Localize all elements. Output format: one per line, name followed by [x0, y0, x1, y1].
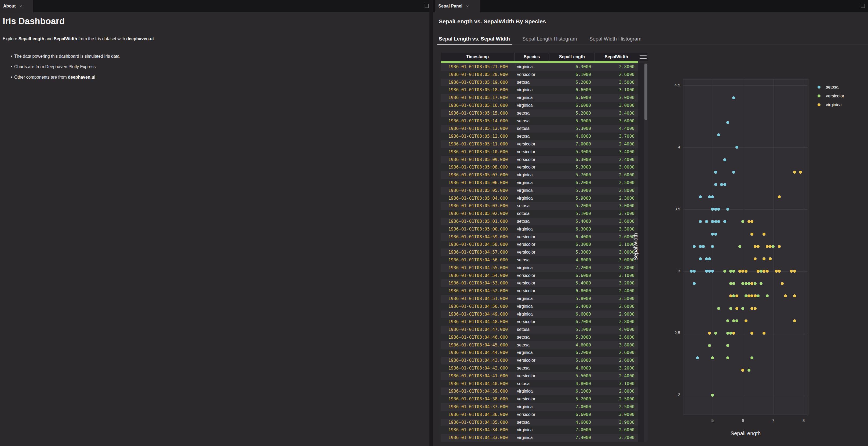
table-row[interactable]: 1936-01-01T08:05:17.000virginica6.60003.… — [441, 94, 638, 102]
table-row[interactable]: 1936-01-01T08:04:52.000versicolor6.80002… — [441, 287, 638, 295]
table-row[interactable]: 1936-01-01T08:05:15.000setosa5.20003.400… — [441, 109, 638, 117]
table-row[interactable]: 1936-01-01T08:05:18.000virginica6.60003.… — [441, 86, 638, 94]
tab-sepal-panel[interactable]: Sepal Panel × — [435, 0, 480, 12]
column-header-sepallength[interactable]: SepalLength — [549, 53, 594, 61]
tab-sepal-length-vs-sepal-width[interactable]: Sepal Length vs. Sepal Width — [437, 34, 512, 44]
table-cell: 1936-01-01T08:04:34.000 — [441, 426, 514, 434]
table-row[interactable]: 1936-01-01T08:05:05.000virginica5.30002.… — [441, 187, 638, 195]
table-row[interactable]: 1936-01-01T08:04:53.000versicolor5.40003… — [441, 279, 638, 287]
table-row[interactable]: 1936-01-01T08:04:38.000versicolor5.20002… — [441, 395, 638, 403]
about-panel: About × Iris Dashboard Explore SepalLeng… — [0, 0, 429, 446]
table-cell: 2.9000 — [594, 311, 638, 318]
table-row[interactable]: 1936-01-01T08:04:47.000setosa5.10004.000… — [441, 326, 638, 333]
table-row[interactable]: 1936-01-01T08:04:36.000versicolor6.60003… — [441, 411, 638, 419]
table-row[interactable]: 1936-01-01T08:05:00.000virginica6.30003.… — [441, 225, 638, 233]
legend-item-versicolor[interactable]: versicolor — [817, 92, 844, 100]
table-row[interactable]: 1936-01-01T08:04:45.000setosa4.60003.800… — [441, 341, 638, 349]
tab-sepal-length-histogram[interactable]: Sepal Length Histogram — [520, 34, 579, 44]
table-cell: 4.6000 — [549, 419, 594, 426]
table-row[interactable]: 1936-01-01T08:04:35.000setosa4.60003.900… — [441, 419, 638, 426]
table-row[interactable]: 1936-01-01T08:04:34.000virginica7.00002.… — [441, 426, 638, 434]
table-cell: 1936-01-01T08:04:37.000 — [441, 403, 514, 411]
grid-scrollbar[interactable] — [644, 63, 648, 442]
table-cell: 3.1000 — [594, 380, 638, 388]
table-cell: 6.4000 — [549, 303, 594, 311]
scatter-point-versicolor — [726, 344, 729, 347]
table-row[interactable]: 1936-01-01T08:05:11.000versicolor7.00002… — [441, 140, 638, 148]
table-cell: 5.5000 — [549, 372, 594, 380]
table-row[interactable]: 1936-01-01T08:04:37.000virginica7.00002.… — [441, 403, 638, 411]
table-row[interactable]: 1936-01-01T08:04:51.000virginica5.80003.… — [441, 295, 638, 303]
table-row[interactable]: 1936-01-01T08:05:13.000setosa5.30004.400… — [441, 125, 638, 133]
table-row[interactable]: 1936-01-01T08:05:08.000versicolor5.30003… — [441, 163, 638, 171]
table-row[interactable]: 1936-01-01T08:04:40.000setosa4.80003.100… — [441, 380, 638, 388]
scatter-point-virginica — [799, 171, 802, 173]
table-cell: 1936-01-01T08:05:05.000 — [441, 187, 514, 195]
table-cell: 6.3000 — [549, 225, 594, 233]
table-row[interactable]: 1936-01-01T08:04:42.000setosa4.60003.200… — [441, 364, 638, 372]
table-row[interactable]: 1936-01-01T08:04:54.000versicolor6.60003… — [441, 272, 638, 280]
table-row[interactable]: 1936-01-01T08:04:43.000versicolor5.60002… — [441, 357, 638, 364]
grid-menu-button[interactable] — [638, 53, 648, 61]
legend-item-virginica[interactable]: virginica — [817, 100, 844, 109]
column-header-sepalwidth[interactable]: SepalWidth — [594, 53, 638, 61]
table-row[interactable]: 1936-01-01T08:05:07.000virginica5.70002.… — [441, 171, 638, 179]
table-row[interactable]: 1936-01-01T08:04:50.000virginica6.40002.… — [441, 303, 638, 311]
maximize-icon[interactable] — [861, 4, 865, 8]
column-header-species[interactable]: Species — [514, 53, 549, 61]
scatter-point-virginica — [750, 233, 753, 235]
column-header-timestamp[interactable]: Timestamp — [441, 53, 514, 61]
table-cell: 1936-01-01T08:04:35.000 — [441, 419, 514, 426]
table-row[interactable]: 1936-01-01T08:04:33.000virginica7.40003.… — [441, 434, 638, 442]
close-icon[interactable]: × — [19, 4, 22, 8]
table-row[interactable]: 1936-01-01T08:05:09.000versicolor6.30002… — [441, 156, 638, 164]
table-row[interactable]: 1936-01-01T08:04:55.000virginica7.20002.… — [441, 264, 638, 272]
table-row[interactable]: 1936-01-01T08:04:41.000versicolor5.50002… — [441, 372, 638, 380]
table-row[interactable]: 1936-01-01T08:05:19.000setosa5.20003.500… — [441, 78, 638, 87]
table-cell: 5.4000 — [549, 279, 594, 287]
scatter-point-setosa — [723, 220, 726, 223]
maximize-icon[interactable] — [425, 4, 429, 8]
tab-sepal-width-histogram[interactable]: Sepal Width Histogram — [588, 34, 643, 44]
table-cell: 1936-01-01T08:04:50.000 — [441, 303, 514, 311]
table-row[interactable]: 1936-01-01T08:04:56.000setosa4.80003.000… — [441, 256, 638, 264]
table-cell: versicolor — [514, 411, 549, 419]
table-row[interactable]: 1936-01-01T08:05:04.000virginica5.90002.… — [441, 195, 638, 202]
scrollbar-thumb[interactable] — [644, 64, 647, 120]
table-row[interactable]: 1936-01-01T08:05:21.000virginica6.30002.… — [441, 63, 638, 71]
table-cell: 3.7000 — [594, 133, 638, 140]
table-row[interactable]: 1936-01-01T08:05:02.000setosa5.10003.700… — [441, 210, 638, 218]
table-row[interactable]: 1936-01-01T08:04:39.000virginica6.10002.… — [441, 387, 638, 395]
table-row[interactable]: 1936-01-01T08:04:49.000virginica6.60002.… — [441, 311, 638, 318]
table-row[interactable]: 1936-01-01T08:05:16.000virginica6.60003.… — [441, 102, 638, 109]
table-row[interactable]: 1936-01-01T08:04:46.000setosa5.30003.600… — [441, 333, 638, 341]
close-icon[interactable]: × — [466, 4, 469, 8]
tab-about-label: About — [3, 4, 16, 8]
table-cell: 1936-01-01T08:05:20.000 — [441, 71, 514, 78]
table-row[interactable]: 1936-01-01T08:04:44.000virginica6.20002.… — [441, 349, 638, 357]
legend-label: virginica — [826, 102, 842, 107]
tab-about[interactable]: About × — [0, 0, 33, 12]
table-row[interactable]: 1936-01-01T08:05:06.000virginica6.20002.… — [441, 179, 638, 187]
table-row[interactable]: 1936-01-01T08:05:14.000setosa5.90003.600… — [441, 117, 638, 125]
table-row[interactable]: 1936-01-01T08:04:58.000versicolor6.30003… — [441, 241, 638, 249]
scatter-point-setosa — [696, 356, 699, 359]
table-row[interactable]: 1936-01-01T08:04:48.000versicolor6.70002… — [441, 318, 638, 326]
table-row[interactable]: 1936-01-01T08:04:59.000versicolor6.40002… — [441, 233, 638, 241]
table-cell: virginica — [514, 94, 549, 102]
table-row[interactable]: 1936-01-01T08:05:10.000versicolor5.30003… — [441, 148, 638, 156]
table-row[interactable]: 1936-01-01T08:05:03.000setosa5.20003.000… — [441, 202, 638, 210]
y-tick-label: 3 — [664, 268, 680, 273]
table-row[interactable]: 1936-01-01T08:04:57.000versicolor5.30003… — [441, 249, 638, 256]
panel-splitter[interactable] — [429, 0, 433, 446]
legend-dot — [817, 94, 820, 97]
legend-item-setosa[interactable]: setosa — [817, 83, 844, 92]
table-row[interactable]: 1936-01-01T08:05:01.000setosa5.40003.600… — [441, 218, 638, 225]
chart-legend: setosaversicolorvirginica — [817, 83, 844, 109]
table-cell: 1936-01-01T08:04:57.000 — [441, 249, 514, 256]
table-row[interactable]: 1936-01-01T08:05:12.000setosa4.60003.700… — [441, 133, 638, 140]
table-cell: versicolor — [514, 249, 549, 256]
table-cell: virginica — [514, 403, 549, 411]
table-cell: 1936-01-01T08:04:39.000 — [441, 387, 514, 395]
table-row[interactable]: 1936-01-01T08:05:20.000versicolor6.10002… — [441, 71, 638, 78]
